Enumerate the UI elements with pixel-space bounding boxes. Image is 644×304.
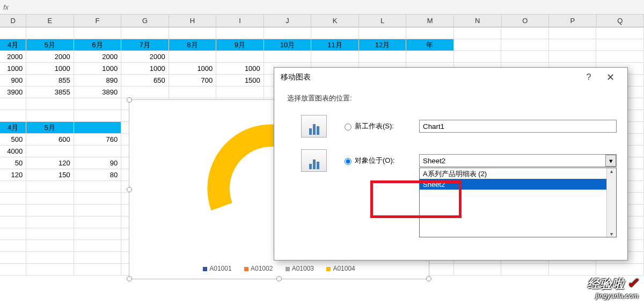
col-header[interactable]: L [359, 15, 407, 27]
col-header[interactable]: K [311, 15, 359, 27]
cell[interactable]: 1000 [74, 63, 122, 75]
cell[interactable]: 600 [26, 134, 74, 146]
dropdown-item[interactable]: A系列产品明细表 (2) [420, 168, 616, 179]
legend-label: A01003 [292, 265, 314, 272]
col-header[interactable]: N [454, 15, 502, 27]
resize-handle[interactable] [127, 97, 132, 103]
dropdown-item-selected[interactable]: Sheet2 [420, 179, 616, 190]
legend-label: A01001 [209, 265, 231, 272]
resize-handle[interactable] [276, 276, 282, 281]
cell[interactable]: 700 [169, 75, 217, 86]
new-sheet-icon [301, 115, 327, 137]
cell[interactable]: 1000 [121, 63, 169, 75]
cell[interactable]: 2000 [0, 51, 26, 63]
help-button[interactable]: ? [578, 73, 599, 82]
cell[interactable]: 2000 [26, 51, 74, 63]
col-header[interactable]: I [216, 15, 264, 27]
dialog-subtitle: 选择放置图表的位置: [287, 93, 617, 103]
cell[interactable]: 年 [406, 39, 454, 51]
col-header[interactable]: Q [597, 15, 644, 27]
cell[interactable]: 1000 [26, 63, 74, 75]
cell[interactable]: 900 [0, 75, 26, 86]
resize-handle[interactable] [127, 187, 132, 192]
column-headers: D E F G H I J K L M N O P Q [0, 15, 644, 27]
col-header[interactable]: F [74, 15, 122, 27]
object-in-icon [301, 149, 327, 172]
cell[interactable]: 3855 [26, 86, 74, 98]
cell[interactable]: 12月 [359, 39, 407, 51]
cell[interactable]: 120 [26, 157, 74, 169]
cell[interactable]: 4月 [0, 39, 26, 51]
col-header[interactable]: D [0, 15, 26, 27]
cell[interactable]: 10月 [264, 39, 312, 51]
cell[interactable]: 80 [74, 169, 122, 181]
scrollbar[interactable]: ▴▾ [606, 168, 616, 237]
chart-legend: A01001 A01002 A01003 A01004 [129, 265, 429, 272]
cell[interactable]: 8月 [169, 39, 217, 51]
radio-new-sheet[interactable] [345, 124, 352, 131]
close-button[interactable]: ✕ [599, 71, 621, 83]
cell[interactable]: 4000 [0, 146, 26, 157]
cell[interactable]: 11月 [311, 39, 359, 51]
cell[interactable]: 4月 [0, 122, 26, 134]
target-sheet-combo[interactable] [419, 154, 617, 167]
cell[interactable]: 3890 [74, 86, 122, 98]
col-header[interactable]: M [406, 15, 454, 27]
col-header[interactable]: O [502, 15, 550, 27]
move-chart-dialog: 移动图表 ? ✕ 选择放置图表的位置: 新工作表(S): 对象位于(O): ▾ [274, 67, 628, 260]
option-object-in: 对象位于(O): ▾ A系列产品明细表 (2) Sheet2 ▴▾ [301, 149, 617, 172]
col-header[interactable]: P [549, 15, 597, 27]
radio-object-in[interactable] [345, 158, 352, 165]
cell[interactable]: 1500 [216, 75, 264, 86]
new-sheet-name-input[interactable] [419, 120, 617, 133]
cell[interactable]: 3900 [0, 86, 26, 98]
cell[interactable]: 2000 [121, 51, 169, 63]
option-new-sheet: 新工作表(S): [301, 115, 617, 137]
col-header[interactable]: J [264, 15, 312, 27]
formula-bar[interactable]: fx [0, 0, 644, 15]
cell[interactable]: 2000 [74, 51, 122, 63]
table-row: 4月 5月 6月 7月 8月 9月 10月 11月 12月 年 [0, 39, 644, 51]
option-label: 新工作表(S): [355, 121, 419, 131]
resize-handle[interactable] [127, 276, 132, 281]
sheet-dropdown: A系列产品明细表 (2) Sheet2 ▴▾ [419, 168, 617, 237]
cell[interactable]: 150 [26, 169, 74, 181]
cell[interactable]: 90 [74, 157, 122, 169]
watermark: 经验啦 ✓ jingyanla.com [588, 275, 639, 300]
cell[interactable]: 50 [0, 157, 26, 169]
dialog-title: 移动图表 [281, 73, 311, 82]
cell[interactable]: 1000 [216, 63, 264, 75]
cell[interactable]: 650 [121, 75, 169, 86]
resize-handle[interactable] [426, 276, 431, 281]
cell[interactable]: 760 [74, 134, 122, 146]
cell[interactable]: 890 [74, 75, 122, 86]
cell[interactable]: 6月 [74, 39, 122, 51]
option-label: 对象位于(O): [355, 156, 419, 165]
dialog-titlebar[interactable]: 移动图表 ? ✕ [274, 68, 627, 87]
cell[interactable]: 5月 [26, 39, 74, 51]
col-header[interactable]: H [169, 15, 217, 27]
cell[interactable]: 500 [0, 134, 26, 146]
chevron-down-icon[interactable]: ▾ [605, 155, 616, 167]
table-row: 2000 2000 2000 2000 [0, 51, 644, 63]
cell[interactable]: 7月 [121, 39, 169, 51]
cell[interactable]: 1000 [169, 63, 217, 75]
cell[interactable]: 9月 [216, 39, 264, 51]
cell[interactable]: 1000 [0, 63, 26, 75]
legend-label: A01004 [333, 265, 355, 272]
cell[interactable]: 120 [0, 169, 26, 181]
col-header[interactable]: E [26, 15, 74, 27]
legend-label: A01002 [251, 265, 273, 272]
cell[interactable]: 5月 [26, 122, 74, 134]
cell[interactable]: 855 [26, 75, 74, 86]
col-header[interactable]: G [121, 15, 169, 27]
fx-label: fx [3, 3, 9, 11]
